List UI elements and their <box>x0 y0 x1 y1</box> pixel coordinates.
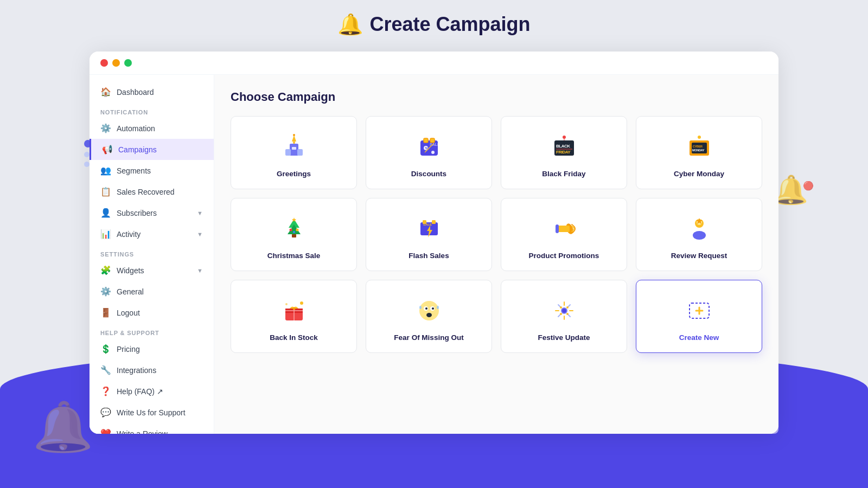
traffic-light-red[interactable] <box>100 59 108 67</box>
dashboard-icon: 🏠 <box>100 87 111 97</box>
sidebar-section-settings: SETTINGS <box>90 245 214 260</box>
general-icon: ⚙️ <box>100 286 111 297</box>
svg-point-70 <box>562 309 566 313</box>
sidebar-item-write-review[interactable]: ❤️ Write a Review <box>90 423 214 434</box>
svg-rect-10 <box>430 138 435 143</box>
sidebar-item-help-faq[interactable]: ❓ Help (FAQ) ↗ <box>90 381 214 402</box>
campaign-card-greetings[interactable]: Greetings <box>231 116 357 189</box>
svg-rect-40 <box>558 226 570 232</box>
greetings-icon <box>279 132 309 162</box>
svg-point-71 <box>560 306 562 309</box>
sidebar-section-notification: NOTIFICATION <box>90 102 214 118</box>
svg-point-51 <box>300 301 303 305</box>
main-content: Choose Campaign <box>214 75 778 434</box>
festive-update-label: Festive Update <box>538 333 590 342</box>
integrations-icon: 🔧 <box>100 365 111 375</box>
fomo-icon <box>414 296 444 326</box>
campaign-card-create-new[interactable]: Create New <box>636 280 762 353</box>
campaign-card-festive-update[interactable]: Festive Update <box>501 280 627 353</box>
sidebar-label-campaigns: Campaigns <box>118 145 157 154</box>
back-in-stock-icon <box>279 296 309 326</box>
svg-point-56 <box>425 307 427 310</box>
sidebar-item-segments[interactable]: 👥 Segments <box>90 160 214 181</box>
svg-rect-1 <box>292 147 296 150</box>
sidebar-label-dashboard: Dashboard <box>117 88 154 97</box>
campaign-card-product-promotions[interactable]: Product Promotions <box>501 198 627 271</box>
svg-text:CYBER: CYBER <box>693 145 703 148</box>
campaign-card-review-request[interactable]: Review Request <box>636 198 762 271</box>
sidebar: 🏠 Dashboard NOTIFICATION ⚙️ Automation 📢… <box>90 75 214 434</box>
campaign-card-cyber-monday[interactable]: CYBER MONDAY Cyber Monday <box>636 116 762 189</box>
write-review-icon: ❤️ <box>100 428 111 434</box>
svg-line-67 <box>568 314 570 317</box>
svg-point-59 <box>419 306 422 309</box>
right-bell-decoration: 🔔🔴 <box>773 174 819 207</box>
sidebar-item-automation[interactable]: ⚙️ Automation <box>90 118 214 139</box>
sidebar-label-activity: Activity <box>117 230 141 239</box>
svg-point-57 <box>432 307 434 310</box>
sidebar-item-activity[interactable]: 📊 Activity ▼ <box>90 223 214 245</box>
window-body: 🏠 Dashboard NOTIFICATION ⚙️ Automation 📢… <box>90 75 778 434</box>
sidebar-label-integrations: Integrations <box>117 366 156 375</box>
campaign-grid: Greetings % SALE <box>231 116 762 353</box>
svg-point-32 <box>296 229 298 232</box>
sidebar-label-write-support: Write Us for Support <box>117 408 186 417</box>
campaign-card-christmas-sale[interactable]: Christmas Sale <box>231 198 357 271</box>
sidebar-label-help-faq: Help (FAQ) ↗ <box>117 387 163 396</box>
svg-rect-41 <box>556 224 559 233</box>
activity-chevron: ▼ <box>197 231 203 237</box>
cyber-monday-icon: CYBER MONDAY <box>684 132 714 162</box>
svg-rect-23 <box>692 143 707 153</box>
sidebar-item-write-support[interactable]: 💬 Write Us for Support <box>90 402 214 423</box>
discounts-icon: % SALE <box>414 132 444 162</box>
campaign-card-back-in-stock[interactable]: Back In Stock <box>231 280 357 353</box>
bg-bell-icon: 🔔 <box>33 399 93 455</box>
svg-point-58 <box>426 313 432 317</box>
campaign-card-black-friday[interactable]: BLACK FRIDAY Black Friday <box>501 116 627 189</box>
create-new-icon <box>684 296 714 326</box>
christmas-sale-icon <box>279 214 309 244</box>
svg-line-66 <box>558 305 560 307</box>
flash-sales-label: Flash Sales <box>409 252 449 260</box>
sidebar-label-segments: Segments <box>117 166 151 175</box>
campaign-card-discounts[interactable]: % SALE Discounts <box>366 116 492 189</box>
sidebar-item-logout[interactable]: 🚪 Logout <box>90 302 214 323</box>
campaign-card-flash-sales[interactable]: SALE Flash Sales <box>366 198 492 271</box>
svg-point-50 <box>292 307 295 310</box>
svg-point-3 <box>293 134 295 136</box>
title-bell-icon: 🔔 <box>337 12 363 36</box>
campaigns-icon: 📢 <box>102 144 113 155</box>
traffic-light-yellow[interactable] <box>112 59 120 67</box>
page-title: Create Campaign <box>369 13 530 36</box>
sidebar-label-widgets: Widgets <box>117 266 144 275</box>
sidebar-item-general[interactable]: ⚙️ General <box>90 281 214 302</box>
sidebar-section-help: HELP & SUPPORT <box>90 323 214 338</box>
pricing-icon: 💲 <box>100 344 111 354</box>
greetings-label: Greetings <box>277 170 311 178</box>
svg-point-33 <box>293 231 295 233</box>
review-request-icon <box>684 214 714 244</box>
widgets-chevron: ▼ <box>197 267 203 274</box>
sidebar-item-widgets[interactable]: 🧩 Widgets ▼ <box>90 260 214 281</box>
traffic-light-green[interactable] <box>124 59 132 67</box>
sidebar-item-pricing[interactable]: 💲 Pricing <box>90 338 214 359</box>
subscribers-chevron: ▼ <box>197 210 203 216</box>
svg-point-53 <box>419 301 439 320</box>
widgets-icon: 🧩 <box>100 265 111 275</box>
svg-point-60 <box>437 306 439 309</box>
svg-rect-9 <box>424 138 428 143</box>
write-support-icon: 💬 <box>100 407 111 418</box>
fomo-label: Fear Of Missing Out <box>394 333 463 342</box>
svg-text:FRIDAY: FRIDAY <box>556 150 571 155</box>
sidebar-item-integrations[interactable]: 🔧 Integrations <box>90 359 214 381</box>
sidebar-item-dashboard[interactable]: 🏠 Dashboard <box>90 81 214 102</box>
sidebar-label-sales-recovered: Sales Recovered <box>117 188 175 196</box>
logout-icon: 🚪 <box>100 307 111 318</box>
sidebar-item-subscribers[interactable]: 👤 Subscribers ▼ <box>90 202 214 223</box>
svg-text:MONDAY: MONDAY <box>692 149 705 152</box>
sidebar-item-sales-recovered[interactable]: 📋 Sales Recovered <box>90 181 214 202</box>
campaign-card-fomo[interactable]: Fear Of Missing Out <box>366 280 492 353</box>
sidebar-item-campaigns[interactable]: 📢 Campaigns <box>90 139 214 160</box>
svg-point-73 <box>560 313 562 315</box>
help-faq-icon: ❓ <box>100 386 111 396</box>
